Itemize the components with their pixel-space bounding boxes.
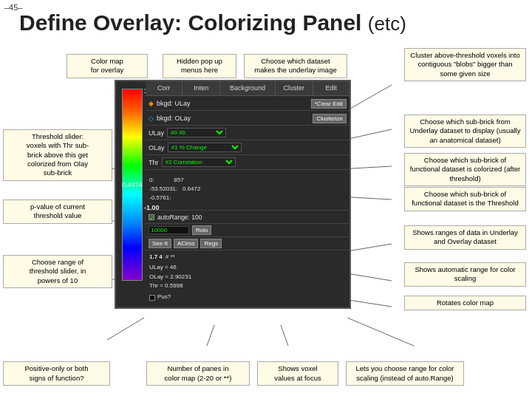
olay-val-row: OLay = 2.90231 <box>149 273 346 282</box>
svg-line-9 <box>347 244 392 251</box>
ann-lets-choose-range: Lets you choose range for color scaling … <box>346 361 464 386</box>
auto-range-label: autoRange: 100 <box>157 214 202 221</box>
ann-shows-voxel: Shows voxel values at focus <box>257 361 338 386</box>
svg-line-13 <box>107 318 144 340</box>
ann-p-value-label: p-value of current threshold value <box>30 202 85 219</box>
ann-positive-only-label: Positive-only or both signs of function? <box>24 364 88 381</box>
bkgd-olay-label: bkgd: OLay <box>157 115 191 122</box>
bottom-data-area: 1.7 4 # ** ULay = 46 OLay = 2.90231 Thr … <box>146 250 349 304</box>
bkgd-ulay-row: ◆ bkgd: ULay *Clear Edit <box>146 96 349 111</box>
pus-label: Pus? <box>157 293 171 302</box>
data-values-area: 0: 857 -53.52031: 0.6472 -0.5761: <box>146 174 349 211</box>
ann-shows-voxel-label: Shows voxel values at focus <box>274 364 321 381</box>
header-corr: Corr <box>146 81 183 95</box>
value-input[interactable] <box>149 226 189 234</box>
ann-cluster-label: Cluster above-threshold voxels into cont… <box>410 51 519 78</box>
see-it-btn[interactable]: See It <box>149 239 171 248</box>
ann-positive-only: Positive-only or both signs of function? <box>3 361 110 386</box>
acims-btn[interactable]: ACims <box>174 239 199 248</box>
header-inten: Inten <box>183 81 219 95</box>
ann-color-map-overlay: Color map for overlay <box>66 54 148 78</box>
panel-header: Corr Inten Background Cluster Edit <box>146 81 349 96</box>
ann-hidden-popup: Hidden pop up menus here <box>163 54 236 78</box>
olay-row-inner: OLay #1 % Change <box>146 140 349 155</box>
thr-val-row: Thr = 0.5998 <box>149 282 346 291</box>
ann-subbrick-underlay-label: Choose which sub-brick from Underlay dat… <box>410 117 521 144</box>
row174-val: 1.7 4 <box>149 253 163 262</box>
ann-shows-auto-range: Shows automatic range for color scaling <box>404 262 526 287</box>
ann-number-panes: Number of panes in color map (2-20 or **… <box>146 361 250 386</box>
ann-subbrick-underlay: Choose which sub-brick from Underlay dat… <box>404 115 526 148</box>
page-title: Define Overlay: Colorizing Panel (etc) <box>19 10 406 35</box>
svg-line-16 <box>347 318 414 346</box>
svg-line-14 <box>207 325 214 346</box>
ann-threshold-label: Threshold slider: voxels with Thr sub- b… <box>27 132 89 177</box>
ulay-label: ULay <box>149 129 164 137</box>
regs-btn[interactable]: Regs <box>200 239 222 248</box>
ann-subbrick-threshold: Choose which sub-brick of functional dat… <box>404 187 526 211</box>
ann-shows-ranges: Shows ranges of data in Underlay and Ove… <box>404 225 526 250</box>
olay-select[interactable]: #1 % Change <box>168 143 242 152</box>
ann-number-panes-label: Number of panes in color map (2-20 or **… <box>165 364 232 381</box>
bkgd-olay-row: ◇ bkgd: OLay Clusterize <box>146 111 349 126</box>
ann-hidden-popup-label: Hidden pop up menus here <box>177 57 222 74</box>
ann-cluster-above: Cluster above-threshold voxels into cont… <box>404 48 526 81</box>
overlay-panel: 1.00 0.4474 -1.00 Corr Inten Background … <box>115 80 351 309</box>
ann-p-value: p-value of current threshold value <box>3 200 112 224</box>
pus-check[interactable] <box>149 295 155 301</box>
ann-rotates-color-label: Rotates color map <box>437 299 494 307</box>
svg-line-10 <box>347 273 392 281</box>
clusterize-btn[interactable]: Clusterize <box>313 114 347 123</box>
auto-range-row: autoRange: 100 <box>146 211 349 224</box>
ulay-row: ULay #0 #0 <box>146 126 349 140</box>
clear-edit-btn[interactable]: *Clear Edit <box>311 99 347 109</box>
ann-subbrick-threshold-label: Choose which sub-brick of functional dat… <box>412 190 519 207</box>
header-background: Background <box>220 81 276 95</box>
action-buttons-row: See It ACims Regs <box>146 237 349 250</box>
rolo-btn[interactable]: Rolo <box>192 225 211 235</box>
ulay-select[interactable]: #0 #0 <box>167 128 226 137</box>
value-rolo-row: Rolo <box>146 224 349 237</box>
thr-row-inner: Thr #2 Correlation <box>146 155 349 170</box>
ann-threshold-slider: Threshold slider: voxels with Thr sub- b… <box>3 129 112 181</box>
hash-stars: # ** <box>166 253 175 262</box>
title-text: Define Overlay: Colorizing Panel <box>19 10 361 35</box>
thr-label: Thr <box>149 159 159 166</box>
ann-lets-choose-label: Lets you choose range for color scaling … <box>355 364 454 381</box>
ann-choose-dataset: Choose which dataset makes the underlay … <box>244 54 347 78</box>
thr-select[interactable]: #2 Correlation <box>162 157 236 167</box>
ann-choose-dataset-label: Choose which dataset makes the underlay … <box>254 57 336 74</box>
ann-choose-range-threshold: Choose range of threshold slider, in pow… <box>3 255 112 288</box>
olay-label: OLay <box>149 144 165 151</box>
header-edit: Edit <box>313 81 349 95</box>
svg-line-15 <box>281 325 288 346</box>
ann-shows-auto-range-label: Shows automatic range for color scaling <box>415 265 515 282</box>
ulay-val-row: ULay = 46 <box>149 263 346 273</box>
ann-subbrick-functional-label: Choose which sub-brick of functional dat… <box>410 156 520 183</box>
header-cluster: Cluster <box>276 81 313 95</box>
bkgd-ulay-label: bkgd: ULay <box>157 100 191 107</box>
title-suffix: (etc) <box>368 13 406 35</box>
ann-shows-ranges-label: Shows ranges of data in Underlay and Ove… <box>412 228 518 245</box>
ann-color-map-label: Color map for overlay <box>91 57 123 74</box>
ann-subbrick-functional: Choose which sub-brick of functional dat… <box>404 153 526 186</box>
bar-pvalue: 0.4474 <box>122 181 143 188</box>
ann-choose-range-label: Choose range of threshold slider, in pow… <box>30 258 86 284</box>
ann-rotates-color-map: Rotates color map <box>404 296 526 310</box>
auto-range-check[interactable] <box>149 214 154 220</box>
